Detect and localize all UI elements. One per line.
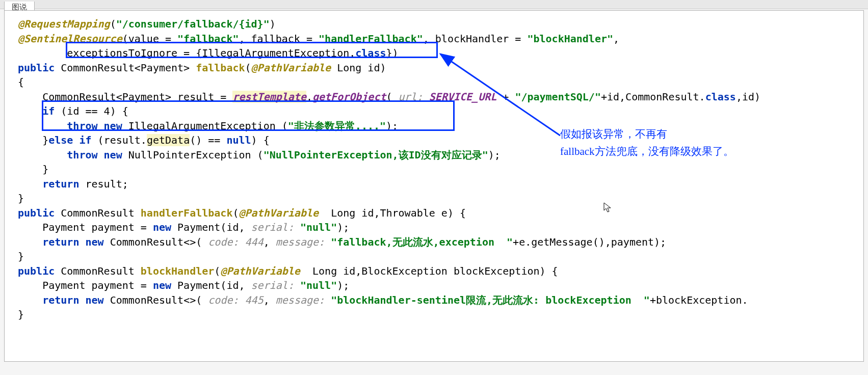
annotation-sentinelresource: @SentinelResource [18,33,122,45]
annotation-text-2: fallback方法兜底，没有降级效果了。 [560,143,734,160]
annotation-requestmapping: @RequestMapping [18,18,110,30]
code-editor[interactable]: @RequestMapping("/consumer/fallback/{id}… [4,10,864,362]
tab-bar: 图说 [0,0,868,9]
annotation-text-1: 假如报该异常，不再有 [560,126,667,143]
code-content: @RequestMapping("/consumer/fallback/{id}… [5,17,863,322]
